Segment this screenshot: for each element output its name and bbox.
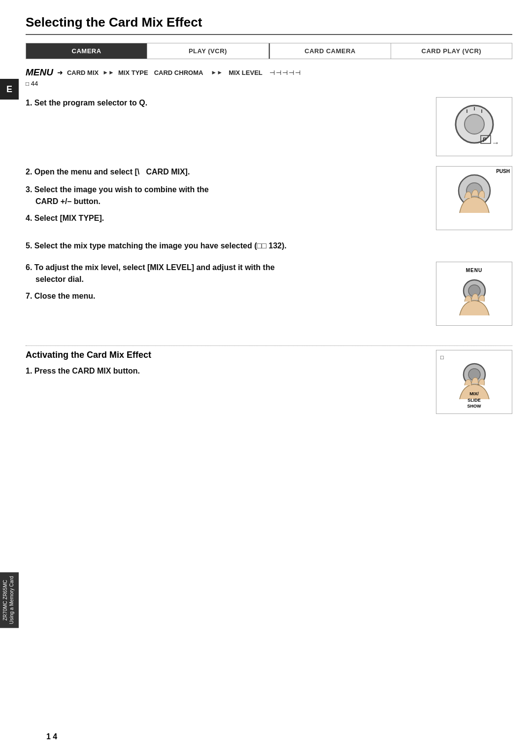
tab-play-vcr[interactable]: PLAY (VCR) [147, 43, 268, 59]
tab-card-camera[interactable]: CARD CAMERA [270, 43, 391, 59]
menu-press-svg [447, 276, 501, 320]
step-3-sub: CARD +/– button. [26, 196, 424, 207]
step-6-sub: selector dial. [26, 274, 424, 285]
cardmix-labels: MIX/SLIDESHOW [436, 391, 512, 410]
push-dial-svg [445, 171, 504, 225]
tab-bar: CAMERA PLAY (VCR) CARD CAMERA CARD PLAY … [26, 43, 512, 59]
step-group-1: 1. Set the program selector to Q. [26, 97, 512, 161]
steps-right-2: PUSH [424, 166, 512, 235]
menu-press-illustration: MENU [436, 262, 512, 326]
step-group-2-4: 2. Open the menu and select [\ CARD MIX]… [26, 166, 512, 235]
menu-mix-level: MIX LEVEL [229, 69, 263, 76]
selector-dial-svg: P → [447, 102, 501, 151]
cardmix-illustration: □ MIX/SLIDESHO [436, 350, 512, 414]
svg-text:P: P [483, 137, 487, 143]
step-group-6-7: 6. To adjust the mix level, select [MIX … [26, 262, 512, 331]
sidebar: E ZR70MC ZR65MCUsing a Memory Card [0, 0, 21, 756]
arrow-card-mix: ➜ [57, 69, 63, 76]
step-5: 5. Select the mix type matching the imag… [26, 240, 512, 252]
step-6: 6. To adjust the mix level, select [MIX … [26, 262, 424, 274]
steps-left-6: 6. To adjust the mix level, select [MIX … [26, 262, 424, 302]
menu-dashes: ⊣⊣⊣⊣⊣ [269, 69, 301, 76]
step-7: 7. Close the menu. [26, 290, 424, 302]
steps-right-1: P → [424, 97, 512, 161]
step-3: 3. Select the image you wish to combine … [26, 184, 424, 196]
page-title: Selecting the Card Mix Effect [26, 15, 512, 35]
svg-text:→: → [492, 138, 499, 147]
steps-container: 1. Set the program selector to Q. [26, 97, 512, 331]
step-2: 2. Open the menu and select [\ CARD MIX]… [26, 166, 424, 178]
double-arrow-2: ►► [211, 69, 223, 76]
double-arrow-1: ►► [102, 69, 114, 76]
menu-row: MENU ➜ CARD MIX ►► MIX TYPE CARD CHROMA … [26, 67, 512, 78]
activating-image: □ MIX/SLIDESHO [436, 350, 512, 414]
main-content: Selecting the Card Mix Effect CAMERA PLA… [21, 0, 532, 756]
step-4: 4. Select [MIX TYPE]. [26, 212, 424, 224]
activating-title: Activating the Card Mix Effect [26, 350, 426, 360]
activating-step-1: 1. Press the CARD MIX button. [26, 365, 426, 377]
menu-small-label: MENU [466, 268, 482, 273]
book-ref: □ 44 [26, 80, 512, 87]
sidebar-e-marker: E [0, 79, 19, 100]
activating-text: Activating the Card Mix Effect 1. Press … [26, 350, 426, 377]
activating-section: Activating the Card Mix Effect 1. Press … [26, 345, 512, 414]
step-group-5: 5. Select the mix type matching the imag… [26, 240, 512, 252]
steps-right-6: MENU [424, 262, 512, 331]
steps-left-1: 1. Set the program selector to Q. [26, 97, 424, 109]
menu-label: MENU [26, 67, 53, 78]
step-1: 1. Set the program selector to Q. [26, 97, 424, 109]
page: E ZR70MC ZR65MCUsing a Memory Card Selec… [0, 0, 532, 756]
svg-point-1 [465, 114, 484, 134]
menu-mix-type: MIX TYPE [118, 69, 148, 76]
camera-small-icon: □ [440, 354, 444, 360]
menu-card-mix: CARD MIX [67, 69, 99, 76]
menu-card-chroma: CARD CHROMA [154, 69, 203, 76]
step-5-container: 5. Select the mix type matching the imag… [26, 240, 512, 252]
push-button-illustration: PUSH [436, 166, 512, 230]
push-label: PUSH [496, 169, 510, 174]
sidebar-vertical-text: ZR70MC ZR65MCUsing a Memory Card [0, 572, 19, 628]
tab-camera[interactable]: CAMERA [26, 43, 147, 59]
activating-row: Activating the Card Mix Effect 1. Press … [26, 350, 512, 414]
steps-left-2: 2. Open the menu and select [\ CARD MIX]… [26, 166, 424, 224]
tab-card-play-vcr[interactable]: CARD PLAY (VCR) [391, 43, 512, 59]
selector-dial-illustration: P → [436, 97, 512, 156]
page-number: 1 4 [46, 732, 57, 741]
